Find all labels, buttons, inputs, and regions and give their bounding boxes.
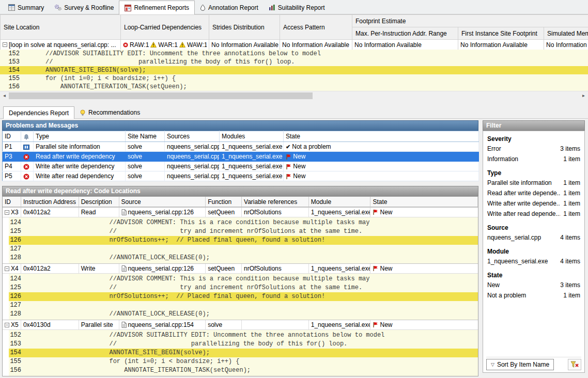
collapse-icon[interactable]: − bbox=[5, 266, 9, 271]
tab-survey-roofline[interactable]: Survey & Roofline bbox=[49, 1, 119, 14]
column-header-sources[interactable]: Sources bbox=[165, 131, 220, 142]
line-number: 128 bbox=[9, 254, 27, 262]
collapse-icon[interactable]: − bbox=[5, 210, 9, 215]
column-header-variable-references[interactable]: Variable references bbox=[242, 197, 309, 207]
code-line: 155 for (int i=0; i < boardsize; i++) { bbox=[9, 357, 478, 366]
tab-suitability-report[interactable]: Suitability Report bbox=[264, 1, 330, 14]
filter-item[interactable]: Write after read depende...1 item bbox=[487, 209, 580, 219]
filter-item[interactable]: Error3 items bbox=[487, 144, 580, 154]
column-header-suppressed[interactable] bbox=[21, 131, 34, 142]
tab-summary[interactable]: Summary bbox=[3, 1, 49, 14]
filter-item[interactable]: New3 items bbox=[487, 280, 580, 290]
document-icon bbox=[121, 209, 127, 215]
column-header-module[interactable]: Module bbox=[309, 197, 371, 207]
filter-item[interactable]: Parallel site information1 item bbox=[487, 178, 580, 188]
site-summary-grid: Site Location Loop-Carried Dependencies … bbox=[0, 14, 588, 50]
code-line: 156 ANNOTATE_ITERATION_TASK(setQueen); bbox=[0, 83, 588, 91]
panel-title: Read after write dependency: Code Locati… bbox=[6, 187, 141, 195]
problem-row[interactable]: P4 Write after write dependency solve nq… bbox=[3, 162, 479, 171]
column-header-first-instance-footprint[interactable]: First Instance Site Footprint bbox=[458, 27, 544, 40]
sort-icon: ▽ bbox=[491, 362, 494, 367]
code-line: 156 ANNOTATE_ITERATION_TASK(setQueen); bbox=[9, 366, 478, 375]
problem-row[interactable]: P5 Write after read dependency solve nqu… bbox=[3, 171, 479, 181]
location-variables: nrOfSolutions bbox=[242, 264, 309, 273]
line-number: 155 bbox=[9, 357, 27, 366]
tab-refinement-reports[interactable]: Refinement Reports bbox=[119, 1, 195, 14]
column-header-site-name[interactable]: Site Name bbox=[126, 131, 165, 142]
column-header-modules[interactable]: Modules bbox=[220, 131, 284, 142]
location-function: setQueen bbox=[206, 264, 242, 273]
problem-sources: nqueens_serial.cpp bbox=[165, 171, 220, 181]
location-row[interactable]: −X3 0x4012a2 Read nqueens_serial.cpp:126… bbox=[3, 207, 478, 217]
filter-group-severity: Severity Error3 items Information1 item bbox=[487, 134, 580, 164]
sort-by-item-name-button[interactable]: ▽ Sort By Item Name bbox=[486, 359, 554, 370]
clear-filters-button[interactable] bbox=[568, 359, 581, 370]
column-group-footprint-estimate[interactable]: Footprint Estimate bbox=[352, 15, 588, 27]
line-text: //ADVISOR COMMENT: This is a race condit… bbox=[27, 218, 478, 227]
tab-annotation-report[interactable]: Annotation Report bbox=[195, 1, 264, 14]
filter-group-module: Module 1_nqueens_serial.exe4 items bbox=[487, 247, 580, 266]
tab-dependencies-report[interactable]: Dependencies Report bbox=[3, 106, 74, 119]
column-header-type[interactable]: Type bbox=[34, 131, 126, 142]
filter-item[interactable]: Write after write depende...1 item bbox=[487, 198, 580, 209]
problems-panel-header: Problems and Messages bbox=[2, 120, 478, 131]
code-line: 125 // try and increment nrOfSolutions a… bbox=[9, 227, 478, 236]
flag-icon bbox=[373, 209, 378, 215]
site-row[interactable]: − [loop in solve at nqueens_serial.cpp: … bbox=[1, 40, 588, 50]
error-icon bbox=[23, 174, 29, 180]
source-preview: 152 //ADVISOR SUITABILITY EDIT: Uncommen… bbox=[0, 50, 588, 91]
filter-item[interactable]: nqueens_serial.cpp4 items bbox=[487, 232, 580, 243]
line-number: 152 bbox=[0, 50, 27, 58]
column-header-function[interactable]: Function bbox=[206, 197, 242, 207]
scrollbar-thumb[interactable] bbox=[9, 92, 313, 99]
location-state: New bbox=[380, 321, 392, 328]
column-header-id[interactable]: ID bbox=[3, 197, 21, 207]
filter-item[interactable]: Read after write depende...1 item bbox=[487, 188, 580, 198]
line-number: 156 bbox=[9, 366, 27, 375]
document-icon bbox=[121, 265, 127, 272]
column-header-description[interactable]: Description bbox=[79, 197, 119, 207]
location-row[interactable]: −X4 0x4012a2 Write nqueens_serial.cpp:12… bbox=[3, 263, 478, 274]
column-header-state[interactable]: State bbox=[370, 197, 478, 207]
code-line: 128 //ANNOTATE_LOCK_RELEASE(0); bbox=[9, 254, 478, 262]
tab-recommendations[interactable]: Recommendations bbox=[74, 107, 145, 118]
problem-id: P4 bbox=[3, 162, 21, 171]
column-header-access-pattern[interactable]: Access Pattern bbox=[280, 15, 352, 40]
filter-item-count: 1 item bbox=[560, 292, 580, 299]
filter-item[interactable]: Not a problem1 item bbox=[487, 290, 580, 301]
code-line: 155 for (int i=0; i < boardsize; i++) { bbox=[0, 74, 588, 83]
filter-item-count: 4 items bbox=[557, 258, 580, 265]
collapse-icon[interactable]: − bbox=[3, 42, 7, 47]
scroll-left-button[interactable]: ◄ bbox=[0, 91, 9, 100]
column-header-max-addr-range[interactable]: Max. Per-Instruction Addr. Range bbox=[352, 27, 458, 40]
problem-site: solve bbox=[126, 171, 165, 181]
site-location-cell[interactable]: − [loop in solve at nqueens_serial.cpp: … bbox=[1, 40, 121, 50]
locations-header-row: ID Instruction Address Description Sourc… bbox=[3, 197, 478, 207]
column-header-state[interactable]: State bbox=[284, 131, 479, 142]
parallel-site-info-icon bbox=[23, 144, 29, 150]
filter-item-count: 1 item bbox=[560, 200, 580, 207]
column-header-instruction-address[interactable]: Instruction Address bbox=[21, 197, 79, 207]
scroll-right-button[interactable]: ► bbox=[579, 91, 588, 100]
column-header-id[interactable]: ID bbox=[3, 131, 21, 142]
problem-row[interactable]: P1 Parallel site information solve nquee… bbox=[3, 142, 479, 152]
problems-header-row: ID Type Site Name Sources Modules State bbox=[3, 131, 479, 142]
code-line-highlighted: 154 ANNOTATE_SITE_BEGIN(solve); bbox=[9, 349, 478, 357]
problem-row-selected[interactable]: P3 Read after write dependency solve nqu… bbox=[3, 152, 479, 162]
filter-item[interactable]: Information1 item bbox=[487, 154, 580, 164]
column-header-strides-distribution[interactable]: Strides Distribution bbox=[209, 15, 280, 40]
column-header-simulated-footprint[interactable]: Simulated Memory Footprint bbox=[544, 27, 588, 40]
column-header-loop-carried-dependencies[interactable]: Loop-Carried Dependencies bbox=[121, 15, 209, 40]
location-code-block: 124 //ADVISOR COMMENT: This is a race co… bbox=[9, 274, 478, 320]
tab-label: Annotation Report bbox=[208, 4, 258, 11]
filter-item[interactable]: 1_nqueens_serial.exe4 items bbox=[487, 256, 580, 266]
horizontal-scrollbar[interactable]: ◄ ► bbox=[0, 91, 588, 100]
column-header-site-location[interactable]: Site Location bbox=[1, 15, 121, 40]
location-variables bbox=[242, 320, 309, 329]
location-row[interactable]: −X5 0x40130d Parallel site nqueens_seria… bbox=[3, 320, 478, 330]
flag-icon bbox=[286, 154, 291, 160]
code-line-highlighted: 154 ANNOTATE_SITE_BEGIN(solve); bbox=[0, 66, 588, 74]
main-tabbar: Summary Survey & Roofline Refinement Rep… bbox=[0, 0, 588, 14]
column-header-source[interactable]: Source bbox=[119, 197, 206, 207]
collapse-icon[interactable]: − bbox=[5, 323, 9, 327]
